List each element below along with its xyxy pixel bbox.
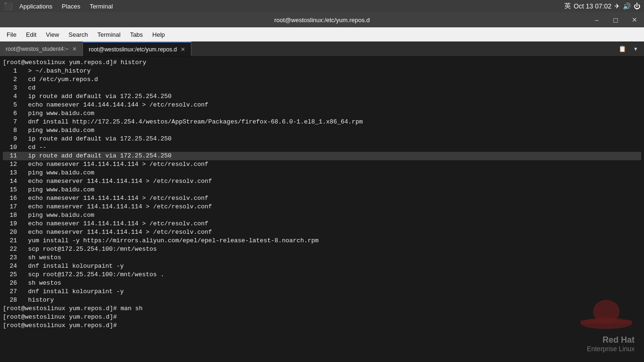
tab-menu-icon[interactable]: ▾ — [629, 42, 642, 56]
redhat-text-line2: Enterprise Linux — [578, 345, 635, 353]
system-bar-right: 英 Oct 13 07:02 ✈ 🔊 ⏻ — [564, 2, 640, 10]
menu-file[interactable]: File — [2, 29, 21, 40]
history-line: 16 echo namesever 114.114.114.114 > /etc… — [3, 194, 641, 203]
places-menu[interactable]: Places — [57, 0, 85, 12]
history-line: 7 dnf install http://172.25.254.4/westos… — [3, 118, 641, 126]
history-line: 20 echo nameserver 114.114.114.114 > /et… — [3, 228, 641, 237]
history-line: 4 ip route add default via 172.25.254.25… — [3, 92, 641, 101]
tab-actions: 📋 ▾ — [616, 41, 644, 56]
prompt-line-start: [root@westoslinux yum.repos.d]# history — [3, 58, 641, 67]
history-line: 8 ping www.baidu.com — [3, 126, 641, 135]
datetime-display: Oct 13 07:02 — [574, 2, 611, 10]
maximize-button[interactable]: ◻ — [606, 12, 625, 27]
menu-edit[interactable]: Edit — [21, 29, 41, 40]
history-line: 23 sh westos — [3, 254, 641, 262]
history-line: 11 ip route add default via 172.25.254.2… — [3, 152, 641, 160]
history-line: 25 scp root@172.25.254.100:/mnt/westos . — [3, 271, 641, 279]
close-button[interactable]: ✕ — [625, 12, 644, 27]
prompt-line-end1: [root@westoslinux yum.repos.d]# man sh — [3, 304, 641, 313]
history-line: 26 sh westos — [3, 279, 641, 288]
history-line: 5 echo namesever 144.144.144.144 > /etc/… — [3, 101, 641, 109]
history-lines: 1 > ~/.bash_history2 cd /etc/yum.repos.d… — [3, 67, 641, 304]
terminal-content[interactable]: [root@westoslinux yum.repos.d]# history … — [0, 57, 644, 362]
history-line: 22 scp root@172.25.254.100:/mnt/westos — [3, 245, 641, 254]
history-line: 17 echo nameserver 114.114.114.114 > /et… — [3, 203, 641, 211]
title-bar: root@westoslinux:/etc/yum.repos.d – ◻ ✕ — [0, 12, 644, 27]
applications-menu[interactable]: Applications — [15, 0, 57, 12]
history-line: 9 ip route add default via 172.25.254.25… — [3, 135, 641, 143]
locale-icon[interactable]: 英 — [564, 2, 571, 10]
menu-help[interactable]: Help — [148, 29, 170, 40]
prompt-line-end3: [root@westoslinux yum.repos.d]# — [3, 321, 641, 330]
window-title: root@westoslinux:/etc/yum.repos.d — [274, 16, 370, 24]
menu-terminal[interactable]: Terminal — [93, 29, 125, 40]
terminal-menu[interactable]: Terminal — [85, 0, 117, 12]
volume-icon[interactable]: 🔊 — [623, 2, 631, 10]
redhat-text-line1: Red Hat — [578, 335, 635, 345]
history-line: 3 cd — [3, 84, 641, 92]
tab-1-label: root@westos_student4:~ — [6, 46, 68, 52]
history-line: 28 history — [3, 296, 641, 304]
tab-1[interactable]: root@westos_student4:~ ✕ — [0, 41, 83, 56]
title-bar-controls: – ◻ ✕ — [587, 12, 644, 27]
history-line: 19 echo namesever 114.114.114.114 > /etc… — [3, 220, 641, 228]
history-line: 10 cd -- — [3, 143, 641, 152]
history-line: 1 > ~/.bash_history — [3, 67, 641, 75]
system-bar: ⬛ Applications Places Terminal 英 Oct 13 … — [0, 0, 644, 12]
new-tab-icon[interactable]: 📋 — [616, 42, 629, 56]
redhat-icon: ⬛ — [4, 2, 13, 10]
history-line: 15 ping www.baidu.com — [3, 186, 641, 194]
prompt-line-end2: [root@westoslinux yum.repos.d]# — [3, 313, 641, 321]
tab-2-close[interactable]: ✕ — [181, 46, 185, 53]
tabs-bar: root@westos_student4:~ ✕ root@westoslinu… — [0, 41, 644, 57]
tab-2[interactable]: root@westoslinux:/etc/yum.repos.d ✕ — [83, 41, 191, 56]
menu-bar: File Edit View Search Terminal Tabs Help — [0, 27, 644, 41]
tab-1-close[interactable]: ✕ — [72, 46, 77, 52]
menu-tabs[interactable]: Tabs — [125, 29, 148, 40]
history-line: 21 yum install -y https://mirrors.aliyun… — [3, 237, 641, 245]
system-bar-left: ⬛ Applications Places Terminal — [4, 0, 117, 12]
tab-2-label: root@westoslinux:/etc/yum.repos.d — [89, 46, 177, 53]
airplane-icon[interactable]: ✈ — [614, 2, 620, 10]
power-icon[interactable]: ⏻ — [634, 2, 640, 10]
minimize-button[interactable]: – — [587, 12, 606, 27]
history-line: 18 ping www.baidu.com — [3, 211, 641, 220]
history-line: 13 ping www.baidu.com — [3, 169, 641, 177]
menu-view[interactable]: View — [41, 29, 64, 40]
history-line: 2 cd /etc/yum.repos.d — [3, 75, 641, 84]
history-line: 12 echo namesever 114.114.114.114 > /etc… — [3, 160, 641, 169]
history-line: 14 echo nameserver 114.114.114.114 > /et… — [3, 177, 641, 186]
history-line: 6 ping www.baidu.com — [3, 109, 641, 118]
history-line: 27 dnf install kolourpaint -y — [3, 288, 641, 296]
terminal-window: root@westoslinux:/etc/yum.repos.d – ◻ ✕ … — [0, 12, 644, 362]
menu-search[interactable]: Search — [64, 29, 92, 40]
history-line: 24 dnf install kolourpaint -y — [3, 262, 641, 271]
